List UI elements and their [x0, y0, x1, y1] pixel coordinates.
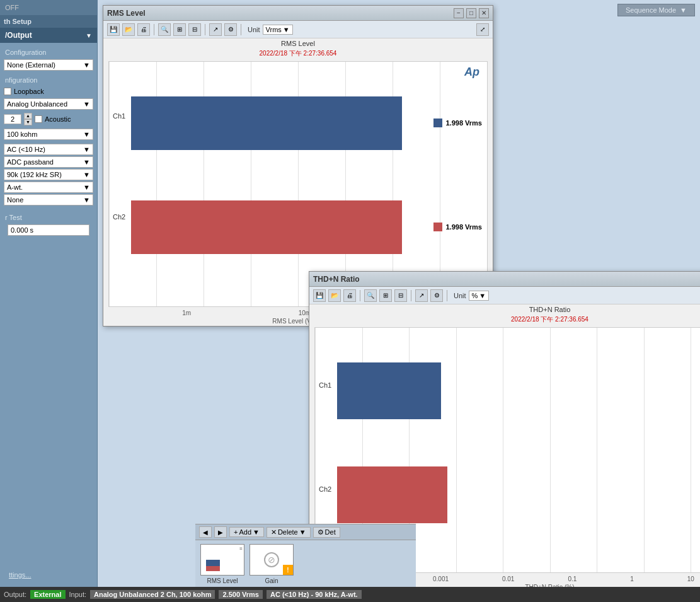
- rms-ch2-bar: [131, 200, 402, 254]
- coupling-dropdown-arrow: ▼: [83, 146, 90, 153]
- thd-window-title: THD+N Ratio: [313, 275, 360, 284]
- bp-delete-x: ✕: [271, 528, 277, 536]
- bottom-panel-content: ≡ RMS Level ⊘ ! Gain: [195, 540, 416, 588]
- rms-unit-select[interactable]: Vrms ▼: [263, 25, 293, 35]
- acoustic-checkbox[interactable]: [35, 115, 42, 123]
- rms-unit-label: Unit: [248, 26, 260, 33]
- thumbnail-rms[interactable]: ≡ RMS Level: [200, 544, 244, 584]
- sample-rate-dropdown-arrow: ▼: [83, 171, 90, 178]
- tb-sep3: [241, 24, 241, 35]
- thd-xaxis-0001: 0.001: [433, 576, 449, 582]
- rms-legend-ch1: 1.998 Vrms: [433, 119, 483, 127]
- rms-legend-ch1-color: [433, 119, 442, 127]
- thd-settings-button[interactable]: ⚙: [430, 289, 443, 302]
- thd-open-button[interactable]: 📂: [328, 289, 341, 302]
- thd-xaxis-001: 0.01: [502, 576, 514, 582]
- acoustic-label: Acoustic: [45, 115, 71, 123]
- rms-unit-arrow: ▼: [283, 26, 290, 33]
- thd-ch2-label: Ch2: [319, 485, 331, 493]
- sequence-mode-button[interactable]: Sequence Mode ▼: [617, 4, 695, 16]
- thd-grid-button[interactable]: ⊞: [379, 289, 392, 302]
- rms-ch1-label: Ch1: [113, 112, 125, 120]
- thd-subtitle: THD+N Ratio: [309, 304, 700, 315]
- thd-xaxis-01: 0.1: [568, 576, 577, 582]
- rms-grid-button[interactable]: ⊞: [173, 23, 186, 36]
- thumb-gain-warning: !: [283, 565, 293, 575]
- bp-add-arrow: ▼: [253, 528, 260, 536]
- thd-unit-arrow: ▼: [479, 292, 486, 299]
- bp-delete-button[interactable]: ✕ Delete ▼: [267, 527, 311, 538]
- power-off-label: OFF: [5, 4, 19, 11]
- config-dropdown-arrow: ▼: [83, 61, 90, 69]
- rms-ap-logo: Ap: [464, 66, 479, 79]
- thd-ch2-bar: [337, 466, 447, 523]
- bp-back-button[interactable]: ◀: [199, 526, 212, 538]
- rms-xaxis-1m: 1m: [182, 310, 191, 316]
- thd-ch1-label: Ch1: [319, 381, 331, 389]
- thd-unit-select[interactable]: % ▼: [469, 291, 490, 301]
- main-area: Sequence Mode ▼ RMS Level − □ ✕ 💾 📂 🖨 🔍 …: [98, 0, 700, 602]
- rms-maximize-button[interactable]: □: [466, 8, 476, 18]
- filter-value: AC (<10 Hz) - 90 kHz, A-wt.: [267, 590, 362, 599]
- loopback-label: Loopback: [14, 88, 44, 95]
- rms-toolbar: 💾 📂 🖨 🔍 ⊞ ⊟ ↗ ⚙ Unit Vrms ▼ ⤢: [103, 21, 493, 38]
- rms-table-button[interactable]: ⊟: [188, 23, 201, 36]
- thd-cursor-button[interactable]: ↗: [415, 289, 428, 302]
- thd-print-button[interactable]: 🖨: [343, 289, 356, 302]
- weighting-dropdown[interactable]: A-wt. ▼: [4, 182, 93, 193]
- loopback-checkbox[interactable]: [4, 88, 11, 95]
- rms-ch1-value: 1.998 Vrms: [446, 119, 483, 127]
- loopback-row: Loopback: [0, 86, 97, 97]
- coupling-dropdown[interactable]: AC (<10 Hz) ▼: [4, 144, 93, 155]
- config-dropdown[interactable]: None (External) ▼: [4, 59, 93, 71]
- filter-dropdown[interactable]: None ▼: [4, 194, 93, 205]
- sequence-mode-arrow: ▼: [680, 6, 687, 14]
- channel-input[interactable]: 2: [4, 114, 21, 124]
- rms-timestamp: 2022/2/18 下午 2:27:36.654: [103, 49, 493, 59]
- rms-expand-button[interactable]: ⤢: [476, 23, 489, 36]
- thd-zoom-button[interactable]: 🔍: [364, 289, 377, 302]
- rms-window-controls: − □ ✕: [454, 8, 489, 18]
- rms-print-button[interactable]: 🖨: [137, 23, 150, 36]
- channel-spinner[interactable]: ▲ ▼: [24, 113, 32, 125]
- channel-row: 2 ▲ ▼ Acoustic: [0, 111, 97, 127]
- rms-legend-ch2-color: [433, 223, 442, 231]
- thumbnail-gain[interactable]: ⊘ ! Gain: [250, 544, 294, 584]
- sidebar-io-output[interactable]: /Output ▼: [0, 28, 97, 43]
- settings-link[interactable]: ttings...: [4, 569, 93, 581]
- bp-detail-gear: ⚙: [318, 528, 324, 536]
- rms-settings-button[interactable]: ⚙: [224, 23, 237, 36]
- rms-cursor-button[interactable]: ↗: [209, 23, 222, 36]
- thd-save-button[interactable]: 💾: [313, 289, 326, 302]
- rms-open-button[interactable]: 📂: [122, 23, 135, 36]
- rms-zoom-button[interactable]: 🔍: [158, 23, 171, 36]
- analog-dropdown[interactable]: Analog Unbalanced ▼: [4, 98, 93, 110]
- rms-minimize-button[interactable]: −: [454, 8, 464, 18]
- rms-close-button[interactable]: ✕: [479, 8, 489, 18]
- test-time-input[interactable]: 0.000 s: [8, 224, 89, 236]
- sidebar-setup: th Setup: [0, 15, 97, 28]
- analog-dropdown-arrow: ▼: [83, 100, 90, 108]
- bp-add-plus: +: [234, 528, 238, 536]
- bp-forward-button[interactable]: ▶: [214, 526, 227, 538]
- level-value: 2.500 Vrms: [219, 590, 263, 599]
- bottom-panel: ◀ ▶ + Add ▼ ✕ Delete ▼ ⚙ Det: [195, 524, 416, 587]
- bp-add-button[interactable]: + Add ▼: [229, 527, 264, 537]
- sidebar-power: OFF: [0, 0, 97, 15]
- bp-detail-button[interactable]: ⚙ Det: [313, 527, 340, 538]
- bandwidth-dropdown-arrow: ▼: [83, 158, 90, 166]
- thd-tb-sep2: [411, 290, 411, 301]
- output-value: External: [30, 590, 65, 599]
- bp-delete-arrow: ▼: [299, 528, 306, 536]
- thumb-gain-label: Gain: [265, 577, 278, 584]
- sample-rate-dropdown[interactable]: 90k (192 kHz SR) ▼: [4, 169, 93, 180]
- impedance-dropdown[interactable]: 100 kohm ▼: [4, 129, 93, 140]
- bandwidth-dropdown[interactable]: ADC passband ▼: [4, 156, 93, 168]
- output-label: Output:: [4, 591, 26, 598]
- thumb-gain-box: ⊘ !: [250, 544, 294, 576]
- thumb-rms-bar-red: [206, 566, 220, 571]
- rms-ch2-value: 1.998 Vrms: [446, 223, 483, 231]
- thd-table-button[interactable]: ⊟: [394, 289, 407, 302]
- rms-save-button[interactable]: 💾: [107, 23, 120, 36]
- rms-ch1-bar: [131, 96, 402, 150]
